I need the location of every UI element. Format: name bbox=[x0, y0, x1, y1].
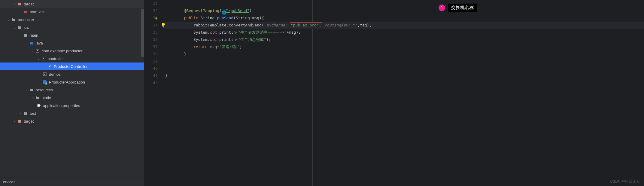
tree-item-demos[interactable]: demos bbox=[0, 70, 144, 78]
tree-item-productercontroller[interactable]: C ProducterController bbox=[0, 63, 144, 70]
tree-item-pom[interactable]: m pom.xml bbox=[0, 8, 144, 16]
folder-icon bbox=[11, 17, 16, 22]
line-number: 41 bbox=[144, 72, 165, 79]
code-text: ; bbox=[240, 44, 242, 49]
line-number: ◉33 bbox=[144, 14, 165, 22]
tree-item-resources[interactable]: ⌄ resources bbox=[0, 86, 144, 94]
tree-item-properties[interactable]: application.properties bbox=[0, 102, 144, 109]
chevron-right-icon[interactable]: › bbox=[12, 120, 17, 123]
folder-icon bbox=[17, 1, 22, 7]
tree-item-label: resources bbox=[36, 88, 53, 92]
code-text: +msg); bbox=[287, 30, 301, 35]
tree-item-controller-pkg[interactable]: ⌄ controller bbox=[0, 55, 144, 63]
tree-item-label: test bbox=[30, 111, 36, 116]
line-number: 35 bbox=[144, 29, 165, 36]
spring-app-icon bbox=[42, 79, 47, 85]
tree-item-label: main bbox=[30, 33, 38, 38]
method-call: .println( bbox=[217, 37, 238, 42]
tree-item-static[interactable]: › static bbox=[0, 94, 144, 102]
services-toolbar[interactable]: ervices bbox=[0, 178, 144, 186]
chevron-right-icon[interactable]: › bbox=[30, 96, 35, 99]
tree-item-test[interactable]: › test bbox=[0, 109, 144, 117]
line-number: 31 bbox=[144, 0, 165, 7]
tree-item-label: controller bbox=[48, 56, 64, 61]
code-text: ,msg); bbox=[357, 23, 372, 27]
chevron-down-icon[interactable]: ⌄ bbox=[30, 49, 35, 53]
callout-text: 交换机名称 bbox=[448, 4, 477, 12]
tree-item-label: pom.xml bbox=[30, 10, 44, 14]
sidebar-scrollbar[interactable] bbox=[141, 9, 144, 57]
project-tree[interactable]: › target m pom.xml ⌄ producter ⌄ src ⌄ bbox=[0, 0, 144, 125]
tree-item-java[interactable]: ⌄ java bbox=[0, 39, 144, 47]
spring-gutter-icon[interactable]: ◉ bbox=[155, 14, 157, 22]
code-content[interactable]: @RequestMapping(🌐"/pubSend") public Stri… bbox=[165, 0, 644, 186]
tree-item-label: producter bbox=[18, 17, 34, 22]
line-number: 32 bbox=[144, 7, 165, 14]
chevron-down-icon[interactable]: ⌄ bbox=[24, 41, 29, 45]
gutter: 31 32 ◉33 💡34 35 36 37 38 39 40 41 42 bbox=[144, 0, 165, 186]
tree-item-label: ProducterApplication bbox=[49, 80, 85, 84]
callout-number: 1 bbox=[439, 5, 445, 11]
services-label: ervices bbox=[3, 180, 15, 184]
param-hint: exchange: bbox=[266, 23, 287, 27]
string-literal: "生产者发送消息======>" bbox=[238, 30, 287, 35]
blue-folder-icon bbox=[29, 40, 34, 46]
properties-icon bbox=[36, 103, 41, 108]
folder-icon bbox=[35, 95, 40, 100]
tree-item-target2[interactable]: › target bbox=[0, 117, 144, 125]
tree-item-label: ProducterController bbox=[54, 64, 88, 69]
package-icon bbox=[41, 56, 46, 61]
folder-icon bbox=[23, 111, 28, 116]
chevron-down-icon[interactable]: ⌄ bbox=[36, 57, 41, 60]
highlighted-arg: "pub_ex_prd", bbox=[290, 22, 322, 28]
class-icon: C bbox=[48, 64, 52, 69]
chevron-right-icon[interactable]: › bbox=[18, 112, 23, 115]
watermark: CSDN @暗武逢天 bbox=[610, 179, 639, 184]
line-number: 38 bbox=[144, 50, 165, 58]
tree-item-label: com.example.producter bbox=[42, 49, 83, 53]
string-literal: "/pubSend" bbox=[226, 8, 249, 13]
tree-item-src[interactable]: ⌄ src bbox=[0, 23, 144, 31]
svg-point-3 bbox=[43, 58, 44, 59]
tree-item-package[interactable]: ⌄ com.example.producter bbox=[0, 47, 144, 55]
line-number: 40 bbox=[144, 65, 165, 72]
line-number: 39 bbox=[144, 58, 165, 65]
tree-item-main[interactable]: ⌄ main bbox=[0, 31, 144, 39]
method-call: .println( bbox=[217, 30, 238, 35]
tree-item-label: java bbox=[36, 41, 43, 45]
keyword: return bbox=[193, 44, 208, 49]
maven-icon: m bbox=[23, 9, 28, 14]
line-number: 💡34 bbox=[144, 22, 165, 29]
line-number: 42 bbox=[144, 79, 165, 87]
tree-item-producter[interactable]: ⌄ producter bbox=[0, 16, 144, 23]
chevron-down-icon[interactable]: ⌄ bbox=[12, 26, 17, 29]
class-ref: System bbox=[193, 37, 208, 42]
tree-item-label: demos bbox=[49, 72, 61, 77]
annotation: @RequestMapping bbox=[184, 8, 219, 13]
line-number: 36 bbox=[144, 36, 165, 43]
chevron-down-icon[interactable]: ⌄ bbox=[6, 18, 11, 21]
string-literal: "" bbox=[353, 23, 357, 27]
code-editor[interactable]: 31 32 ◉33 💡34 35 36 37 38 39 40 41 42 @R… bbox=[144, 0, 644, 186]
tree-item-label: target bbox=[24, 2, 34, 6]
chevron-down-icon[interactable]: ⌄ bbox=[18, 34, 23, 37]
chevron-right-icon[interactable]: › bbox=[12, 2, 17, 6]
package-icon bbox=[35, 48, 40, 53]
line-number: 37 bbox=[144, 43, 165, 50]
field: out bbox=[210, 37, 217, 42]
chevron-down-icon[interactable]: ⌄ bbox=[24, 88, 29, 92]
string-literal: "pub_ex_prd" bbox=[291, 23, 319, 27]
svg-point-5 bbox=[44, 74, 45, 75]
keyword: public bbox=[184, 16, 198, 20]
type: String bbox=[236, 16, 250, 20]
code-text: msg+ bbox=[208, 44, 219, 49]
annotation-callout: 1 交换机名称 bbox=[439, 4, 477, 12]
tree-item-application[interactable]: ProducterApplication bbox=[0, 78, 144, 86]
code-text: ); bbox=[266, 37, 271, 42]
param-hint: routingKey: bbox=[324, 23, 350, 27]
folder-icon bbox=[17, 118, 22, 124]
project-tree-sidebar: › target m pom.xml ⌄ producter ⌄ src ⌄ bbox=[0, 0, 144, 186]
method-call: .convertAndSend( bbox=[226, 23, 264, 27]
tree-item-target[interactable]: › target bbox=[0, 0, 144, 8]
field: out bbox=[210, 30, 217, 35]
